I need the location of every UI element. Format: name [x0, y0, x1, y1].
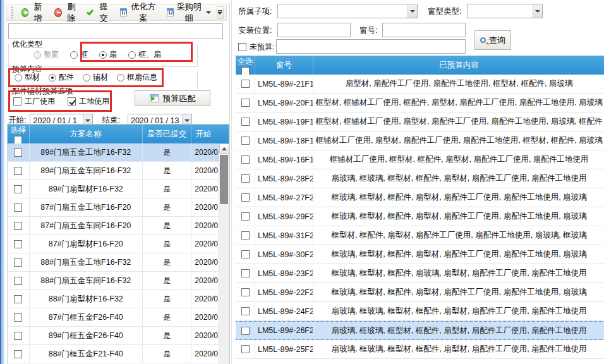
- plan-table-row[interactable]: 89#门扇型材F16-F32是2020/0: [8, 180, 229, 198]
- window-table-row[interactable]: LM5L-89#-20F18框型材, 框辅材工厂使用, 框配件, 扇型材, 扇配…: [236, 94, 604, 112]
- window-table-row[interactable]: LM5L-89#-21F19扇型材, 扇配件工厂使用, 扇配件工地使用, 框型材…: [236, 75, 604, 94]
- select-all-checkbox[interactable]: [241, 67, 250, 75]
- plan-table-row[interactable]: 89#门扇五金车间F16-F32是2020/0: [8, 162, 229, 180]
- row-checkbox[interactable]: [241, 212, 250, 221]
- window-table-row[interactable]: LM5L-89#-18F16框辅材工厂使用, 扇型材, 扇配件工厂使用, 扇配件…: [236, 131, 604, 150]
- row-checkbox[interactable]: [14, 203, 22, 212]
- plan-table-row[interactable]: 89#门框五金F26-F40是2020/0: [8, 327, 229, 345]
- row-checkbox[interactable]: [241, 345, 250, 353]
- budgeted-content-column-header[interactable]: 已预算内容: [313, 56, 604, 75]
- site-use-checkbox[interactable]: 工地使用: [68, 96, 109, 107]
- sub-item-combo[interactable]: [277, 4, 418, 18]
- row-checkbox[interactable]: [14, 185, 22, 193]
- optimize-plan-label: 优化方案: [130, 1, 157, 24]
- radio-profile[interactable]: 型材: [15, 72, 40, 83]
- radio-frame-sash[interactable]: 框、扇: [128, 49, 161, 60]
- plan-table-row[interactable]: 88#门扇五金车间F16-F32是2020/0: [8, 272, 229, 290]
- row-checkbox[interactable]: [241, 136, 250, 145]
- row-checkbox[interactable]: [241, 155, 250, 164]
- plan-table-row[interactable]: 88#门扇五金工地F16-F32是2020/0: [8, 253, 229, 272]
- window-table-row[interactable]: LM5L-89#-26F24扇玻璃, 框玻璃, 框型材, 框配件, 扇型材, 扇…: [236, 321, 604, 340]
- radio-frame[interactable]: 框: [70, 49, 88, 60]
- row-checkbox[interactable]: [241, 174, 250, 183]
- select-all-checkbox[interactable]: [14, 136, 22, 143]
- budget-match-button[interactable]: 预算匹配: [135, 90, 210, 106]
- plan-table-row[interactable]: 87#门扇五金工地F16-F20是2020/0: [8, 198, 229, 217]
- window-table-row[interactable]: LM5L-89#-27F25框玻璃, 框型材, 框配件, 扇型材, 扇配件工厂使…: [236, 188, 604, 207]
- row-checkbox[interactable]: [241, 80, 250, 88]
- window-table-row[interactable]: LM5L-89#-30F28框玻璃, 框型材, 框配件, 扇型材, 扇配件工厂使…: [236, 245, 604, 264]
- report-icon: [167, 8, 174, 16]
- scrollbar-thumb[interactable]: [220, 155, 228, 204]
- toolbar-overflow-button[interactable]: [217, 6, 224, 19]
- row-checkbox[interactable]: [241, 327, 250, 335]
- window-no-input[interactable]: [382, 23, 466, 37]
- row-checkbox[interactable]: [14, 295, 22, 303]
- plan-filter-input[interactable]: [8, 23, 223, 39]
- window-table-row[interactable]: LM5L-89#-31F29框型材, 框配件, 扇型材, 扇配件工厂使用, 扇配…: [236, 226, 604, 245]
- plan-table-row[interactable]: 87#门扇型材F16-F20是2020/0: [8, 235, 229, 253]
- optimize-plan-button[interactable]: 优化方案: [116, 0, 161, 26]
- window-table-row[interactable]: LM5L-89#-24F22扇玻璃, 框玻璃, 框型材, 框配件, 扇型材, 扇…: [236, 302, 604, 321]
- row-checkbox[interactable]: [241, 99, 250, 107]
- submitted-column-header[interactable]: 是否已提交: [143, 124, 192, 143]
- row-checkbox[interactable]: [14, 167, 22, 175]
- row-checkbox[interactable]: [241, 231, 250, 240]
- window-table-row[interactable]: LM5L-89#-23F21框玻璃, 框型材, 框配件, 扇玻璃, 扇型材, 扇…: [236, 264, 604, 283]
- radio-whole-window[interactable]: 整窗: [33, 49, 59, 60]
- radio-frame-sash-info[interactable]: 框扇信息: [117, 72, 157, 83]
- row-checkbox[interactable]: [241, 118, 250, 126]
- plan-table-row[interactable]: 87#门扇五金车间F16-F20是2020/0: [8, 217, 229, 235]
- window-table-row[interactable]: LM5L-89#-22F20框玻璃, 框型材, 框配件, 扇型材, 扇配件工厂使…: [236, 283, 604, 302]
- row-checkbox[interactable]: [14, 240, 22, 248]
- select-all-column-header[interactable]: 全选: [236, 56, 255, 75]
- add-button[interactable]: 新增: [17, 0, 49, 26]
- plan-name-column-header[interactable]: 方案名称: [30, 124, 143, 143]
- row-checkbox[interactable]: [14, 350, 22, 358]
- radio-auxiliary[interactable]: 辅材: [83, 72, 108, 83]
- row-checkbox[interactable]: [14, 149, 22, 157]
- unbudgeted-input[interactable]: [276, 39, 466, 54]
- dropdown-button[interactable]: [408, 4, 417, 18]
- toolbar-grip[interactable]: [11, 7, 13, 18]
- plan-table-row[interactable]: 89#门扇五金工地F16-F32是2020/0: [8, 143, 229, 162]
- row-checkbox[interactable]: [241, 193, 250, 202]
- window-no-cell: LM5L-89#-21F19: [255, 75, 313, 93]
- window-table-row[interactable]: LM5L-89#-25F23扇玻璃, 框玻璃, 框型材, 框配件, 扇型材, 扇…: [236, 340, 604, 359]
- row-checkbox[interactable]: [14, 277, 22, 285]
- left-dock-strip[interactable]: [0, 0, 4, 364]
- window-table-row[interactable]: LM5L-89#-29F27框玻璃, 框型材, 框配件, 扇型材, 扇配件工厂使…: [236, 207, 604, 226]
- plan-table-scrollbar[interactable]: [219, 143, 229, 364]
- submitted-cell: 是: [143, 272, 192, 289]
- dropdown-button[interactable]: [533, 4, 542, 18]
- window-no-column-header[interactable]: 窗号: [255, 56, 313, 75]
- query-button[interactable]: 查询: [474, 30, 511, 50]
- row-checkbox[interactable]: [241, 269, 250, 277]
- row-checkbox[interactable]: [241, 250, 250, 258]
- row-checkbox[interactable]: [241, 288, 250, 296]
- radio-sash[interactable]: 扇: [99, 49, 117, 60]
- row-checkbox[interactable]: [241, 307, 250, 315]
- submit-button[interactable]: 提交: [83, 0, 114, 26]
- budgeted-content-cell: 框辅材工厂使用, 框型材, 框配件, 扇型材, 扇配件工厂使用, 扇配件工地使用: [313, 150, 604, 169]
- unbudgeted-checkbox[interactable]: 未预算:: [238, 42, 274, 52]
- radio-accessory[interactable]: 配件: [49, 72, 74, 83]
- plan-table-row[interactable]: 88#门扇型材F16-F32是2020/0: [8, 290, 229, 308]
- row-checkbox[interactable]: [14, 222, 22, 230]
- window-table-row[interactable]: LM5L-89#-19F17框型材, 框辅材工厂使用, 扇型材, 扇配件工厂使用…: [236, 112, 604, 131]
- select-column-header[interactable]: 选择: [8, 124, 30, 143]
- purchase-detail-button[interactable]: 采购明细: [162, 0, 215, 26]
- row-checkbox[interactable]: [14, 313, 22, 322]
- window-table-row[interactable]: LM5L-89#-16F15框辅材工厂使用, 框型材, 框配件, 扇型材, 扇配…: [236, 150, 604, 169]
- row-checkbox[interactable]: [14, 258, 22, 267]
- scroll-up-button[interactable]: [219, 143, 229, 154]
- row-checkbox[interactable]: [14, 332, 22, 340]
- install-position-input[interactable]: [277, 23, 351, 37]
- factory-use-checkbox[interactable]: 工厂使用: [13, 96, 55, 107]
- plan-table-row[interactable]: 88#门框五金F21-F40是2020/0: [8, 345, 229, 363]
- delete-button[interactable]: 删除: [50, 0, 82, 26]
- window-type-combo[interactable]: [467, 4, 543, 18]
- start-column-header[interactable]: 开始: [191, 124, 219, 143]
- window-table-row[interactable]: LM5L-89#-28F26扇玻璃, 框玻璃, 框型材, 框配件, 扇型材, 扇…: [236, 169, 604, 188]
- plan-table-row[interactable]: 87#门框五金F26-F40是2020/0: [8, 308, 229, 327]
